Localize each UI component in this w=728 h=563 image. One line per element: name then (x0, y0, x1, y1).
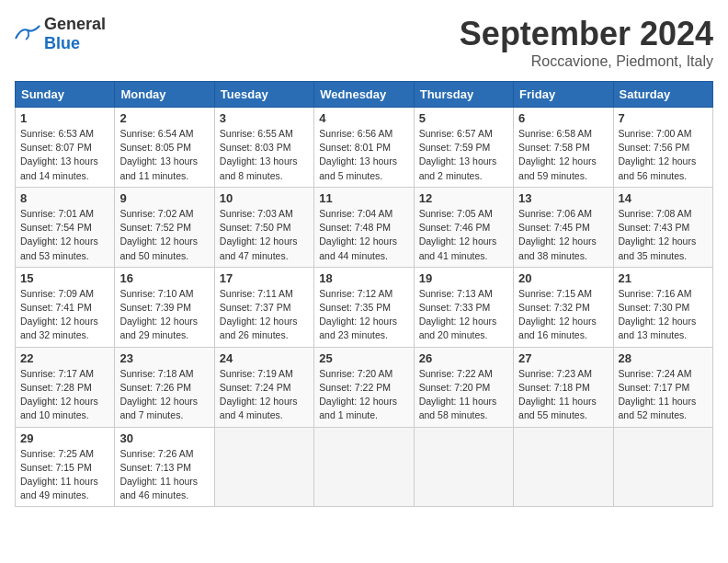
day-number: 23 (119, 351, 209, 365)
daylight-label: Daylight: 11 hours and 58 minutes. (419, 396, 497, 420)
sunrise-label: Sunrise: 7:03 AM (220, 208, 293, 219)
sunset-label: Sunset: 7:59 PM (419, 142, 491, 153)
calendar-day-cell (514, 427, 613, 507)
calendar-day-cell: 23 Sunrise: 7:18 AM Sunset: 7:26 PM Dayl… (115, 347, 214, 427)
calendar-day-header: Tuesday (214, 82, 313, 108)
title-block: September 2024 Roccavione, Piedmont, Ita… (460, 15, 713, 70)
calendar-day-cell: 28 Sunrise: 7:24 AM Sunset: 7:17 PM Dayl… (613, 347, 712, 427)
sunset-label: Sunset: 7:43 PM (619, 222, 690, 233)
logo-bird-icon (15, 25, 40, 43)
sunrise-label: Sunrise: 7:25 AM (20, 448, 94, 459)
day-info: Sunrise: 7:03 AM Sunset: 7:50 PM Dayligh… (220, 207, 309, 263)
sunset-label: Sunset: 7:35 PM (319, 302, 391, 313)
sunset-label: Sunset: 7:17 PM (619, 382, 690, 393)
calendar-day-cell: 29 Sunrise: 7:25 AM Sunset: 7:15 PM Dayl… (16, 427, 115, 507)
calendar-day-cell: 10 Sunrise: 7:03 AM Sunset: 7:50 PM Dayl… (214, 187, 313, 267)
day-number: 3 (220, 111, 309, 125)
sunrise-label: Sunrise: 7:00 AM (619, 128, 692, 139)
calendar-day-cell: 8 Sunrise: 7:01 AM Sunset: 7:54 PM Dayli… (16, 187, 115, 267)
day-number: 13 (518, 191, 608, 205)
sunrise-label: Sunrise: 6:54 AM (119, 128, 193, 139)
calendar-day-cell: 4 Sunrise: 6:56 AM Sunset: 8:01 PM Dayli… (314, 108, 414, 188)
day-info: Sunrise: 6:57 AM Sunset: 7:59 PM Dayligh… (419, 127, 508, 183)
day-number: 19 (419, 271, 508, 285)
daylight-label: Daylight: 12 hours and 44 minutes. (319, 236, 397, 260)
day-info: Sunrise: 7:24 AM Sunset: 7:17 PM Dayligh… (619, 367, 708, 423)
day-number: 5 (419, 111, 508, 125)
day-info: Sunrise: 7:16 AM Sunset: 7:30 PM Dayligh… (619, 287, 708, 343)
day-number: 7 (619, 111, 708, 125)
day-info: Sunrise: 7:01 AM Sunset: 7:54 PM Dayligh… (20, 207, 109, 263)
day-info: Sunrise: 7:22 AM Sunset: 7:20 PM Dayligh… (419, 367, 508, 423)
sunrise-label: Sunrise: 7:05 AM (419, 208, 493, 219)
sunrise-label: Sunrise: 7:24 AM (619, 368, 692, 379)
sunrise-label: Sunrise: 7:11 AM (220, 288, 293, 299)
daylight-label: Daylight: 12 hours and 20 minutes. (419, 316, 497, 340)
calendar-day-cell: 13 Sunrise: 7:06 AM Sunset: 7:45 PM Dayl… (514, 187, 613, 267)
daylight-label: Daylight: 12 hours and 7 minutes. (119, 396, 198, 420)
daylight-label: Daylight: 11 hours and 49 minutes. (20, 476, 98, 500)
day-info: Sunrise: 7:10 AM Sunset: 7:39 PM Dayligh… (119, 287, 209, 343)
day-info: Sunrise: 6:56 AM Sunset: 8:01 PM Dayligh… (319, 127, 408, 183)
day-info: Sunrise: 7:23 AM Sunset: 7:18 PM Dayligh… (518, 367, 608, 423)
daylight-label: Daylight: 12 hours and 10 minutes. (20, 396, 98, 420)
day-number: 22 (20, 351, 109, 365)
day-number: 18 (319, 271, 408, 285)
day-info: Sunrise: 7:00 AM Sunset: 7:56 PM Dayligh… (619, 127, 708, 183)
daylight-label: Daylight: 12 hours and 56 minutes. (619, 155, 697, 180)
sunset-label: Sunset: 7:13 PM (119, 462, 191, 473)
daylight-label: Daylight: 12 hours and 4 minutes. (220, 396, 298, 420)
day-info: Sunrise: 7:09 AM Sunset: 7:41 PM Dayligh… (20, 287, 109, 343)
calendar-day-cell: 2 Sunrise: 6:54 AM Sunset: 8:05 PM Dayli… (115, 108, 214, 188)
calendar-day-header: Monday (115, 82, 214, 108)
sunset-label: Sunset: 8:01 PM (319, 142, 391, 153)
day-info: Sunrise: 7:25 AM Sunset: 7:15 PM Dayligh… (20, 447, 109, 503)
sunset-label: Sunset: 7:48 PM (319, 222, 391, 233)
calendar-day-cell: 16 Sunrise: 7:10 AM Sunset: 7:39 PM Dayl… (115, 267, 214, 347)
day-number: 25 (319, 351, 408, 365)
month-title: September 2024 (460, 15, 713, 53)
calendar-day-header: Friday (514, 82, 613, 108)
daylight-label: Daylight: 12 hours and 35 minutes. (619, 236, 697, 260)
day-info: Sunrise: 6:58 AM Sunset: 7:58 PM Dayligh… (518, 127, 608, 183)
sunset-label: Sunset: 7:20 PM (419, 382, 491, 393)
day-info: Sunrise: 7:20 AM Sunset: 7:22 PM Dayligh… (319, 367, 408, 423)
calendar-week-row: 1 Sunrise: 6:53 AM Sunset: 8:07 PM Dayli… (16, 108, 713, 188)
daylight-label: Daylight: 12 hours and 38 minutes. (518, 236, 597, 260)
sunrise-label: Sunrise: 7:02 AM (119, 208, 193, 219)
sunrise-label: Sunrise: 7:01 AM (20, 208, 94, 219)
day-number: 16 (119, 271, 209, 285)
day-info: Sunrise: 7:08 AM Sunset: 7:43 PM Dayligh… (619, 207, 708, 263)
day-number: 8 (20, 191, 109, 205)
sunset-label: Sunset: 7:24 PM (220, 382, 291, 393)
sunset-label: Sunset: 7:22 PM (319, 382, 391, 393)
calendar-day-header: Sunday (16, 82, 115, 108)
day-number: 27 (518, 351, 608, 365)
calendar-day-cell: 24 Sunrise: 7:19 AM Sunset: 7:24 PM Dayl… (214, 347, 313, 427)
daylight-label: Daylight: 12 hours and 47 minutes. (220, 236, 298, 260)
sunset-label: Sunset: 7:26 PM (119, 382, 191, 393)
sunrise-label: Sunrise: 7:12 AM (319, 288, 392, 299)
sunset-label: Sunset: 7:37 PM (220, 302, 291, 313)
day-info: Sunrise: 6:55 AM Sunset: 8:03 PM Dayligh… (220, 127, 309, 183)
calendar-day-cell: 3 Sunrise: 6:55 AM Sunset: 8:03 PM Dayli… (214, 108, 313, 188)
daylight-label: Daylight: 11 hours and 46 minutes. (119, 476, 198, 500)
sunset-label: Sunset: 7:52 PM (119, 222, 191, 233)
calendar-day-header: Wednesday (314, 82, 414, 108)
calendar-day-cell (613, 427, 712, 507)
day-info: Sunrise: 7:26 AM Sunset: 7:13 PM Dayligh… (119, 447, 209, 503)
sunrise-label: Sunrise: 6:53 AM (20, 128, 94, 139)
sunset-label: Sunset: 7:58 PM (518, 142, 590, 153)
calendar-day-cell (214, 427, 313, 507)
sunrise-label: Sunrise: 7:10 AM (119, 288, 193, 299)
sunrise-label: Sunrise: 7:15 AM (518, 288, 592, 299)
daylight-label: Daylight: 12 hours and 1 minute. (319, 396, 397, 420)
day-number: 20 (518, 271, 608, 285)
day-info: Sunrise: 7:13 AM Sunset: 7:33 PM Dayligh… (419, 287, 508, 343)
sunset-label: Sunset: 7:56 PM (619, 142, 690, 153)
calendar-day-cell: 5 Sunrise: 6:57 AM Sunset: 7:59 PM Dayli… (414, 108, 513, 188)
logo-text-blue: Blue (44, 34, 80, 52)
day-number: 28 (619, 351, 708, 365)
day-number: 4 (319, 111, 408, 125)
day-number: 24 (220, 351, 309, 365)
